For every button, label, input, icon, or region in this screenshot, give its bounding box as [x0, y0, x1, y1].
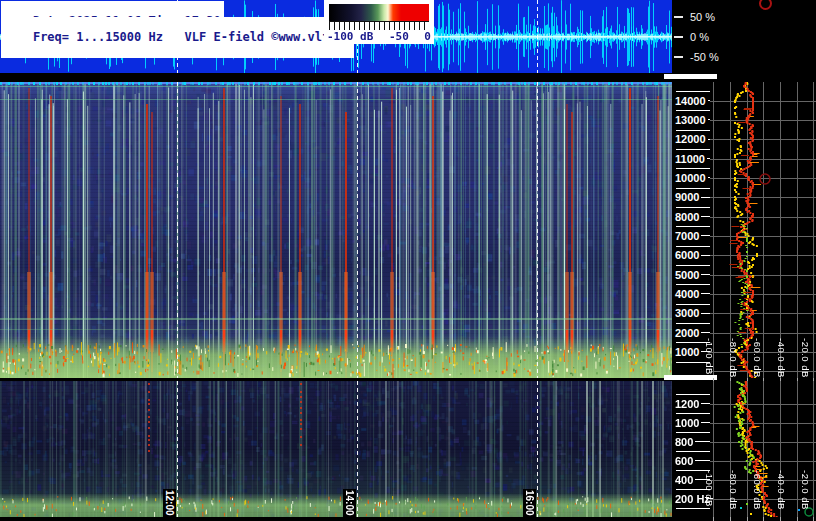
freq-main-minor-tick [676, 149, 710, 150]
freq-main-minor-tick [676, 226, 710, 227]
freq-low-minor-tick [676, 508, 710, 509]
freq-main-minor-tick [676, 323, 710, 324]
freq-low-minor-tick [676, 375, 710, 376]
db-axis-tick [730, 517, 731, 521]
freq-main-minor-tick [676, 188, 710, 189]
freq-main-tick-label: 1000 [672, 346, 699, 358]
colorbar-gradient [329, 4, 429, 21]
freq-main-tick-label: 6000 [672, 249, 699, 261]
amplitude-tick-label: 50 % [690, 11, 715, 23]
freq-main-tick-label: 13000 [672, 114, 706, 126]
freq-low-tick-label: 600 [672, 455, 693, 467]
colorbar-mid-label: -50 [389, 30, 409, 43]
freq-low-minor-tick [676, 413, 710, 414]
cursor-marker-circle-top [759, 0, 772, 10]
low-band-spectrogram [0, 381, 672, 517]
freq-main-minor-tick [676, 304, 710, 305]
amplitude-tick-mark [674, 16, 683, 18]
freq-main-tick-label: 7000 [672, 230, 699, 242]
freq-main-tick-label: 9000 [672, 191, 699, 203]
freq-main-tick-label: 14000 [672, 95, 706, 107]
spectrum-plot-lower [710, 381, 816, 517]
colorbar-labels: -100 dB -50 0 [327, 30, 431, 43]
freq-low-minor-tick [676, 470, 710, 471]
freq-main-tick-label: 2000 [672, 327, 699, 339]
freq-main-tick-label: 8000 [672, 211, 699, 223]
freq-main-tick-label: 11000 [672, 153, 705, 165]
freq-low-tick-label: 1200 [672, 398, 699, 410]
colorbar-max-label: 0 [424, 30, 431, 43]
main-spectrogram [0, 82, 672, 378]
freq-main-tick-label: 10000 [672, 172, 706, 184]
freq-low-minor-tick [676, 432, 710, 433]
spectrum-plot-upper [710, 82, 816, 378]
amplitude-tick-label: -50 % [690, 51, 719, 63]
freq-main-minor-tick [676, 110, 710, 111]
amplitude-tick-row: -50 % [674, 51, 719, 63]
freq-main-minor-tick [676, 265, 710, 266]
vlf-monitor-display: Date=2025-11-06 Time=17:30 Freq= 1...150… [0, 0, 816, 521]
db-axis-tick [797, 517, 798, 521]
freq-main-minor-tick [676, 342, 710, 343]
freq-low-minor-tick [676, 489, 710, 490]
freq-main-minor-tick [676, 207, 710, 208]
db-axis-tick [813, 517, 814, 521]
db-axis-tick [780, 517, 781, 521]
freq-low-tick-label: 1000 [672, 417, 699, 429]
freq-main-minor-tick [676, 362, 710, 363]
freq-low-tick-label: 400 [672, 474, 693, 486]
frequency-range-text: Freq= 1...15000 Hz VLF E-field ©www.vlf.… [33, 30, 351, 44]
freq-main-tick-label: 3000 [672, 307, 699, 319]
freq-main-minor-tick [676, 246, 710, 247]
db-axis-ticks-lower [710, 517, 816, 521]
amplitude-tick-mark [674, 36, 683, 38]
freq-main-tick-label: 5000 [672, 269, 699, 281]
freq-main-minor-tick [676, 130, 710, 131]
frequency-range-readout: Freq= 1...15000 Hz VLF E-field ©www.vlf.… [1, 17, 354, 58]
freq-main-tick-label: 12000 [672, 133, 706, 145]
amplitude-tick-label: 0 % [690, 31, 709, 43]
db-axis-tick [747, 517, 748, 521]
colorbar-min-label: -100 dB [327, 30, 373, 43]
freq-low-tick-label: 200 Hz [672, 493, 710, 505]
freq-main-minor-tick [676, 284, 710, 285]
colorbar-legend: -100 dB -50 0 [324, 0, 434, 44]
colorbar-tick-ruler [329, 21, 429, 30]
freq-low-minor-tick [676, 451, 710, 452]
amplitude-tick-mark [674, 56, 683, 58]
freq-main-tick-label: 4000 [672, 288, 699, 300]
amplitude-tick-row: 50 % [674, 11, 715, 23]
amplitude-tick-row: 0 % [674, 31, 709, 43]
freq-main-minor-tick [676, 91, 710, 92]
freq-low-tick-label: 800 [672, 436, 693, 448]
amplitude-axis-panel: 50 %0 %-50 % [672, 0, 816, 82]
freq-low-minor-tick [676, 394, 710, 395]
db-axis-tick [763, 517, 764, 521]
freq-main-minor-tick [676, 168, 710, 169]
axis-corner-bar-top [664, 74, 717, 79]
